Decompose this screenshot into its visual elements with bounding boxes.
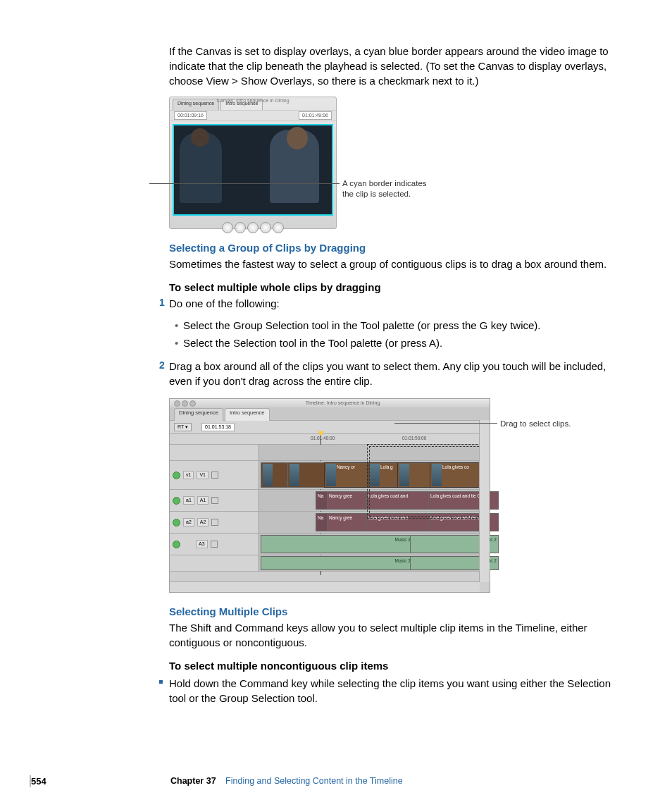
canvas-title: Canvas: Intro sequence in Dining <box>170 97 336 104</box>
timeline-timecode: 01:01:53:18 <box>201 423 235 431</box>
canvas-screenshot: Canvas: Intro sequence in Dining Dining … <box>169 97 630 228</box>
timeline-title: Timeline: Intro sequence in Dining <box>306 400 380 407</box>
page-number: 554 <box>31 775 46 788</box>
track-a3: A3 Music 2 Music 2 <box>170 534 490 555</box>
bullet-group-selection: Select the Group Selection tool in the T… <box>183 318 630 333</box>
bullet-command-key: Hold down the Command key while selectin… <box>169 676 630 706</box>
bullet-selection-tool: Select the Selection tool in the Tool pa… <box>183 335 630 350</box>
page-footer: 554 Chapter 37 Finding and Selecting Con… <box>30 775 630 788</box>
track-a2: a2A2 Na Nancy gree Lola gives coat and L… <box>170 512 490 534</box>
step-number: 1 <box>159 296 165 310</box>
intro-paragraph: If the Canvas is set to display overlays… <box>169 44 630 88</box>
step-1: 1 Do one of the following: <box>169 296 630 311</box>
heading-noncontiguous: To select multiple noncontiguous clip it… <box>169 658 630 673</box>
timeline-tab-2: Intro sequence <box>225 408 270 421</box>
canvas-callout: A cyan border indicatesthe clip is selec… <box>342 178 427 199</box>
timeline-callout: Drag to select clips. <box>500 418 571 429</box>
heading-selecting-group: Selecting a Group of Clips by Dragging <box>169 240 630 255</box>
vertical-scrollbar <box>479 420 490 582</box>
ruler: 01:01:40:00 01:01:50:00 <box>170 434 490 445</box>
chapter-number: Chapter 37 <box>170 776 216 786</box>
track-a1: a1A1 Na Nancy gree Lola gives coat and L… <box>170 490 490 512</box>
timecode-right: 01:01:49:06 <box>299 111 332 120</box>
step-number: 2 <box>159 359 165 373</box>
heading-selecting-multiple: Selecting Multiple Clips <box>169 604 630 619</box>
horizontal-scrollbar <box>170 581 480 592</box>
para-group-intro: Sometimes the fastest way to select a gr… <box>169 257 630 271</box>
timeline-tab-1: Dining sequence <box>174 408 223 421</box>
transport-controls <box>170 218 336 237</box>
heading-to-select-dragging: To select multiple whole clips by draggi… <box>169 280 630 295</box>
timeline-screenshot: Timeline: Intro sequence in Dining Dinin… <box>169 398 630 591</box>
rt-button: RT ▾ <box>174 423 192 431</box>
chapter-title: Finding and Selecting Content in the Tim… <box>225 776 403 786</box>
timecode-left: 00:01:09:16 <box>174 111 207 120</box>
video-preview <box>173 124 333 216</box>
para-multiple-intro: The Shift and Command keys allow you to … <box>169 620 630 650</box>
track-v1: v1V1 Nancy or Lola g Lola gives co <box>170 461 490 490</box>
step-2: 2 Drag a box around all of the clips you… <box>169 359 630 388</box>
